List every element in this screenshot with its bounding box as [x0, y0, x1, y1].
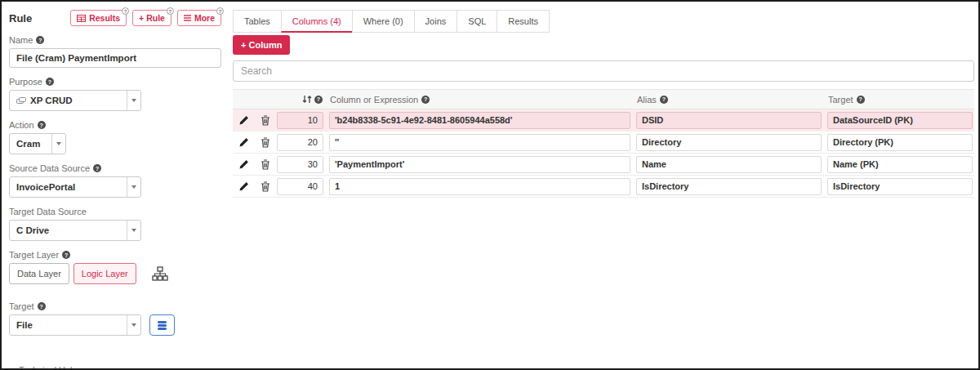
- help-icon[interactable]: ?: [62, 251, 70, 259]
- target-cell[interactable]: IsDirectory: [827, 178, 973, 195]
- target-cell[interactable]: Directory (PK): [827, 134, 973, 151]
- target-cell[interactable]: DataSourceID (PK): [827, 112, 973, 129]
- alias-cell[interactable]: Directory: [636, 134, 822, 151]
- chevron-down-icon: [131, 229, 136, 232]
- tab-sql[interactable]: SQL: [457, 10, 497, 33]
- help-icon[interactable]: ?: [167, 7, 174, 15]
- results-button-label: Results: [89, 13, 120, 23]
- action-field-group: Action ? Cram: [9, 120, 221, 154]
- help-icon[interactable]: ?: [421, 96, 430, 104]
- edit-pencil-icon[interactable]: [233, 137, 254, 148]
- menu-bars-icon: [184, 15, 191, 21]
- target-header: Target ?: [827, 95, 974, 105]
- help-icon[interactable]: ?: [38, 302, 46, 310]
- workspace-tabs: Tables Columns (4) Where (0) Joins SQL R…: [233, 10, 974, 33]
- help-icon[interactable]: ?: [122, 7, 129, 15]
- action-label: Action ?: [9, 120, 221, 130]
- target-data-source-label: Target Data Source: [9, 207, 221, 216]
- seq-cell[interactable]: 10: [277, 112, 323, 129]
- help-icon[interactable]: ?: [216, 7, 224, 15]
- target-data-source-field-group: Target Data Source C Drive: [9, 207, 221, 241]
- seq-cell[interactable]: 20: [277, 134, 323, 151]
- expression-cell[interactable]: 'PaymentImport': [329, 156, 630, 173]
- target-data-source-value: C Drive: [16, 225, 49, 235]
- source-data-source-value: InvoicePortal: [16, 182, 75, 192]
- help-icon[interactable]: ?: [857, 96, 865, 104]
- chevron-down-icon: [131, 99, 136, 102]
- seq-cell[interactable]: 40: [277, 178, 323, 195]
- rule-panel: Rule Results ? + Rule ? More: [2, 2, 231, 368]
- add-column-button[interactable]: + Column: [233, 35, 290, 55]
- columns-table-header: ? Column or Expression ? Alias ? Target …: [233, 89, 974, 109]
- column-or-expression-header: Column or Expression ?: [329, 95, 636, 105]
- more-button-label: More: [194, 13, 215, 23]
- edit-pencil-icon[interactable]: [233, 159, 254, 170]
- target-cell[interactable]: Name (PK): [827, 156, 973, 173]
- target-label: Target ?: [9, 301, 221, 311]
- help-icon[interactable]: ?: [93, 164, 101, 172]
- target-layer-label: Target Layer ?: [9, 250, 221, 260]
- tab-where[interactable]: Where (0): [352, 10, 415, 33]
- results-button[interactable]: Results ?: [70, 10, 127, 26]
- table-row: 20 '' Directory Directory (PK): [233, 132, 974, 154]
- delete-trash-icon[interactable]: [254, 137, 277, 148]
- alias-cell[interactable]: DSID: [636, 112, 822, 129]
- source-data-source-label: Source Data Source ?: [9, 163, 221, 173]
- search-input[interactable]: [233, 60, 974, 82]
- alias-cell[interactable]: Name: [636, 156, 822, 173]
- name-label: Name ?: [9, 35, 221, 45]
- expression-cell[interactable]: '': [329, 134, 630, 151]
- rule-header-buttons: Results ? + Rule ? More ?: [70, 10, 221, 26]
- tab-results[interactable]: Results: [497, 10, 550, 33]
- delete-trash-icon[interactable]: [254, 159, 277, 170]
- chevron-down-icon: [131, 185, 136, 189]
- columns-table: ? Column or Expression ? Alias ? Target …: [233, 89, 974, 198]
- target-layer-field-group: Target Layer ? Data Layer Logic Layer: [9, 250, 221, 284]
- purpose-value: XP CRUD: [30, 96, 73, 105]
- alias-cell[interactable]: IsDirectory: [636, 178, 822, 195]
- data-layer-button[interactable]: Data Layer: [9, 263, 69, 284]
- help-icon[interactable]: ?: [38, 121, 46, 129]
- target-field-group: Target ? File: [9, 301, 221, 336]
- sitemap-icon[interactable]: [152, 266, 168, 281]
- help-icon[interactable]: ?: [314, 96, 323, 104]
- help-icon[interactable]: ?: [36, 36, 44, 44]
- technical-help-label: Technical Help?: [16, 365, 88, 370]
- edit-pencil-icon[interactable]: [233, 115, 254, 126]
- technical-help-field[interactable]: Technical Help?: [9, 365, 221, 370]
- seq-cell[interactable]: 30: [277, 156, 323, 173]
- tab-tables[interactable]: Tables: [233, 10, 282, 33]
- action-value: Cram: [16, 139, 40, 149]
- purpose-select[interactable]: XP CRUD: [9, 90, 141, 111]
- purpose-field-group: Purpose ? XP CRUD: [9, 77, 221, 111]
- delete-trash-icon[interactable]: [254, 115, 277, 126]
- sort-icon[interactable]: [302, 95, 312, 104]
- add-rule-button[interactable]: + Rule ?: [132, 10, 172, 26]
- edit-pencil-icon[interactable]: [233, 181, 254, 192]
- expression-cell[interactable]: 'b24b8338-5c91-4e92-8481-8605944a558d': [329, 112, 630, 129]
- logic-layer-button[interactable]: Logic Layer: [74, 263, 136, 284]
- add-rule-button-label: + Rule: [139, 13, 165, 23]
- source-data-source-field-group: Source Data Source ? InvoicePortal: [9, 163, 221, 198]
- help-icon[interactable]: ?: [46, 78, 54, 86]
- database-button[interactable]: [149, 314, 175, 336]
- tab-joins[interactable]: Joins: [414, 10, 458, 33]
- panel-title: Rule: [9, 10, 32, 25]
- target-data-source-select[interactable]: C Drive: [9, 220, 141, 241]
- app-window: Rule Results ? + Rule ? More: [0, 0, 980, 370]
- source-data-source-select[interactable]: InvoicePortal: [9, 176, 141, 198]
- name-input[interactable]: [9, 48, 221, 68]
- more-button[interactable]: More ?: [177, 10, 221, 26]
- help-icon[interactable]: ?: [660, 96, 668, 104]
- table-grid-icon: [77, 15, 86, 22]
- target-select[interactable]: File: [9, 314, 141, 336]
- database-icon: [157, 320, 167, 331]
- rule-panel-header: Rule Results ? + Rule ? More: [9, 10, 221, 26]
- columns-workspace: Tables Columns (4) Where (0) Joins SQL R…: [231, 2, 978, 368]
- tab-columns[interactable]: Columns (4): [281, 10, 353, 33]
- chevron-down-icon: [56, 142, 61, 145]
- action-select[interactable]: Cram: [9, 133, 66, 154]
- delete-trash-icon[interactable]: [254, 181, 277, 192]
- purpose-icon: [16, 97, 26, 105]
- expression-cell[interactable]: 1: [329, 178, 630, 195]
